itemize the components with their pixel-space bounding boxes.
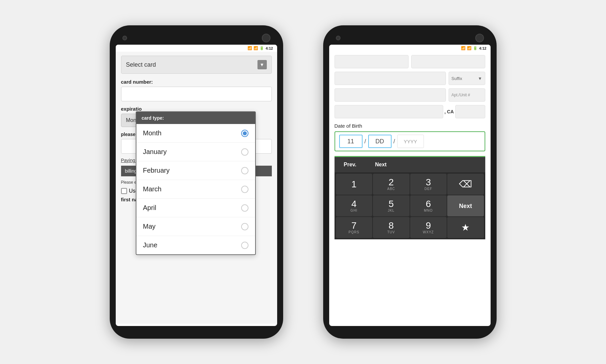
zip-input[interactable] — [455, 105, 485, 118]
name-input[interactable] — [335, 72, 446, 85]
dropdown-item-march[interactable]: March — [136, 180, 255, 199]
address-row: Apt./Unit # — [335, 88, 485, 102]
dropdown-item-month[interactable]: Month — [136, 124, 255, 143]
phone-speaker — [262, 34, 270, 42]
wifi-icon-2: 📶 — [461, 46, 466, 50]
city-state-row: , CA — [335, 105, 485, 118]
phone-1-screen: 📶 📶 🔋 4:12 Select card ▼ card number: ex… — [116, 45, 277, 326]
numpad-nav: Prev. Next — [335, 157, 485, 172]
numpad-next-nav-button[interactable]: Next — [366, 157, 396, 172]
dob-section: Date of Birth 11 / DD / YYYY — [335, 123, 485, 151]
dropdown-item-april[interactable]: April — [136, 199, 255, 217]
dob-box: 11 / DD / YYYY — [335, 131, 485, 151]
dropdown-item-june[interactable]: June — [136, 236, 255, 254]
radio-june — [241, 242, 248, 249]
numpad-key-7[interactable]: 7 PQRS — [336, 217, 373, 238]
suffix-dropdown[interactable]: Suffix ▼ — [449, 72, 485, 85]
numpad-grid: 1 2 ABC 3 DEF ⌫ 4 — [335, 172, 485, 239]
dropdown-item-label-june: June — [143, 241, 157, 249]
numpad-key-1[interactable]: 1 — [336, 174, 373, 195]
dropdown-item-february[interactable]: February — [136, 161, 255, 180]
radio-february — [241, 167, 248, 174]
numpad-key-star[interactable]: ★ — [447, 217, 484, 238]
dob-year-field[interactable]: YYYY — [397, 135, 424, 148]
address-input[interactable] — [335, 88, 446, 102]
phone-2-screen: 📶 📶 🔋 4:12 Suffix ▼ — [329, 45, 491, 326]
suffix-arrow-icon: ▼ — [478, 76, 482, 81]
radio-january — [241, 148, 248, 156]
top-input-row — [335, 55, 485, 68]
signal-icon: 📶 — [253, 46, 258, 50]
dob-month-field[interactable]: 11 — [339, 135, 363, 148]
phone-2-camera — [336, 36, 341, 40]
dropdown-item-label-march: March — [143, 185, 162, 193]
dropdown-arrow-icon[interactable]: ▼ — [257, 60, 267, 69]
dropdown-item-label-february: February — [143, 167, 170, 174]
status-bar-2: 📶 📶 🔋 4:12 — [329, 45, 491, 52]
dropdown-item-label-april: April — [143, 204, 156, 212]
numpad-key-5[interactable]: 5 JKL — [373, 195, 410, 216]
dropdown-item-january[interactable]: January — [136, 143, 255, 161]
radio-march — [241, 186, 248, 193]
card-number-input[interactable] — [121, 87, 272, 101]
dropdown-item-label-month: Month — [143, 129, 162, 137]
city-input[interactable] — [335, 105, 443, 118]
numpad-key-4[interactable]: 4 GHI — [336, 195, 373, 216]
expiration-label: expiratio — [121, 106, 272, 112]
clock-1: 4:12 — [265, 46, 273, 50]
select-card-dropdown[interactable]: Select card ▼ — [121, 56, 272, 74]
radio-april — [241, 204, 248, 212]
dob-label: Date of Birth — [335, 123, 485, 129]
radio-may — [241, 223, 248, 230]
use-checkbox[interactable] — [121, 188, 127, 194]
numpad-next-button[interactable]: Next — [447, 195, 484, 216]
phone2-main-content: Suffix ▼ Apt./Unit # , CA Date of Birth — [329, 52, 491, 324]
apt-input[interactable]: Apt./Unit # — [449, 88, 485, 102]
dropdown-item-label-january: January — [143, 148, 167, 156]
numpad-key-2[interactable]: 2 ABC — [373, 174, 410, 195]
numpad-key-9[interactable]: 9 WXYZ — [410, 217, 447, 238]
numpad-key-6[interactable]: 6 MNO — [410, 195, 447, 216]
numpad-key-8[interactable]: 8 TUV — [373, 217, 410, 238]
phone-2-speaker — [475, 34, 484, 42]
dob-slash-2: / — [394, 138, 395, 145]
wifi-icon: 📶 — [247, 46, 252, 50]
top-input-right[interactable] — [411, 55, 485, 68]
top-input-left[interactable] — [335, 55, 409, 68]
suffix-row: Suffix ▼ — [335, 72, 485, 85]
phone-2: 📶 📶 🔋 4:12 Suffix ▼ — [323, 25, 497, 339]
dropdown-item-label-may: May — [143, 223, 156, 230]
radio-month — [241, 130, 248, 137]
clock-2: 4:12 — [479, 46, 486, 50]
month-dropdown-overlay: card type: Month January February March — [136, 111, 256, 255]
numpad-backspace-button[interactable]: ⌫ — [447, 174, 484, 195]
battery-icon: 🔋 — [259, 46, 264, 50]
phone-camera — [122, 36, 127, 40]
suffix-label: Suffix — [452, 76, 462, 81]
state-label: , CA — [445, 109, 454, 114]
signal-icon-2: 📶 — [467, 46, 472, 50]
card-number-label: card number: — [121, 79, 272, 85]
dropdown-header: card type: — [136, 112, 255, 124]
numpad-key-3[interactable]: 3 DEF — [410, 174, 447, 195]
status-bar-1: 📶 📶 🔋 4:12 — [116, 45, 277, 52]
dob-day-field[interactable]: DD — [368, 135, 392, 148]
phone-1: 📶 📶 🔋 4:12 Select card ▼ card number: ex… — [110, 25, 283, 339]
dropdown-item-may[interactable]: May — [136, 217, 255, 236]
numpad-prev-button[interactable]: Prev. — [335, 157, 366, 172]
select-card-label: Select card — [126, 61, 156, 68]
numpad: Prev. Next 1 2 ABC 3 DEF — [335, 156, 485, 239]
battery-icon-2: 🔋 — [473, 46, 478, 50]
apt-label: Apt./Unit # — [452, 93, 470, 97]
dob-slash-1: / — [365, 138, 366, 145]
